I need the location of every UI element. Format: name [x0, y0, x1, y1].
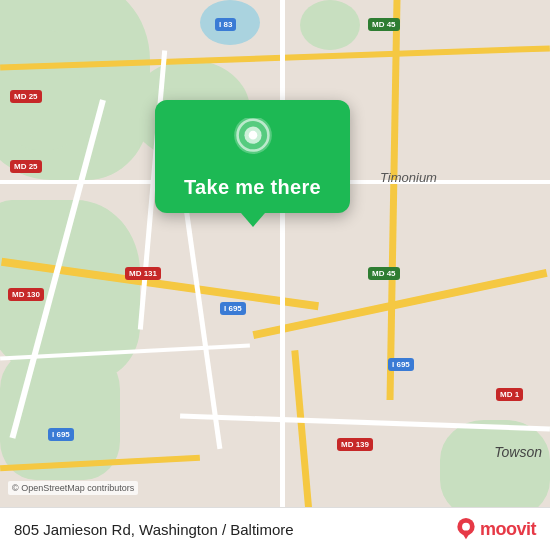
badge-md130: MD 130 [8, 288, 44, 301]
svg-marker-6 [462, 533, 470, 539]
moovit-text: moovit [480, 519, 536, 540]
badge-md45-mid: MD 45 [368, 267, 400, 280]
timonium-label: Timonium [380, 170, 437, 185]
osm-attribution: © OpenStreetMap contributors [8, 481, 138, 495]
park-area [300, 0, 360, 50]
moovit-pin-icon [455, 518, 477, 540]
take-me-there-label: Take me there [184, 176, 321, 199]
badge-i695-left: I 695 [220, 302, 246, 315]
park-area [440, 420, 550, 520]
badge-md25-top: MD 25 [10, 90, 42, 103]
badge-md131: MD 131 [125, 267, 161, 280]
badge-md146: MD 1 [496, 388, 523, 401]
towson-label: Towson [494, 444, 542, 460]
take-me-there-popup[interactable]: Take me there [155, 100, 350, 213]
bottom-bar: 805 Jamieson Rd, Washington / Baltimore … [0, 507, 550, 550]
address-text: 805 Jamieson Rd, Washington / Baltimore [14, 521, 294, 538]
badge-md139: MD 139 [337, 438, 373, 451]
moovit-logo: moovit [455, 518, 536, 540]
svg-point-5 [462, 523, 470, 531]
badge-i83: I 83 [215, 18, 236, 31]
svg-point-2 [248, 131, 257, 140]
badge-i695-bottom: I 695 [48, 428, 74, 441]
badge-md45-top: MD 45 [368, 18, 400, 31]
map-container: Timonium I 83 MD 45 MD 25 MD 25 MD 131 M… [0, 0, 550, 550]
road-vertical [280, 0, 285, 550]
badge-i695-right: I 695 [388, 358, 414, 371]
badge-md25-mid: MD 25 [10, 160, 42, 173]
location-pin-icon [229, 118, 277, 166]
